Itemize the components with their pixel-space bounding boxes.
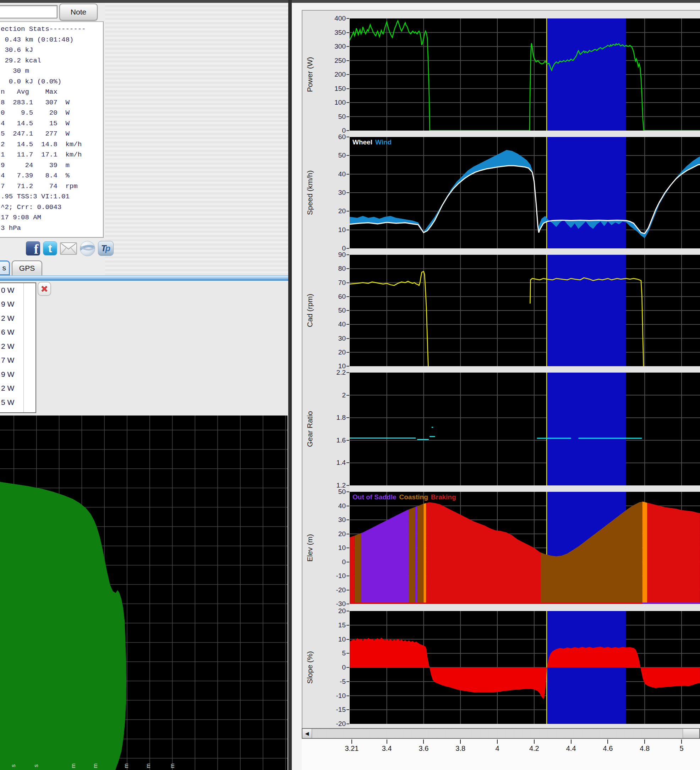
axis-title-slope: Slope (%) bbox=[304, 611, 316, 724]
y-tick-label: 50 bbox=[314, 307, 346, 314]
axis-title-text: Speed (km/h) bbox=[306, 170, 314, 215]
y-tick-label: 30 bbox=[314, 516, 346, 524]
y-tick-mark bbox=[347, 283, 349, 283]
close-interval-button[interactable] bbox=[37, 282, 51, 296]
y-tick-label: 40 bbox=[314, 170, 346, 178]
y-tick-mark bbox=[347, 296, 349, 297]
y-tick-mark bbox=[347, 485, 349, 486]
y-tick-mark bbox=[347, 603, 349, 604]
chart-plot-cad[interactable] bbox=[350, 255, 700, 366]
y-tick-mark bbox=[347, 576, 349, 576]
horizontal-scrollbar[interactable]: ◀ bbox=[302, 728, 700, 739]
y-tick-label: 10 bbox=[314, 636, 346, 643]
y-tick-mark bbox=[347, 18, 349, 19]
duration-axis-label: m bbox=[92, 763, 99, 768]
chart-plot-gear[interactable] bbox=[350, 372, 700, 485]
scrollbar-thumb[interactable] bbox=[682, 729, 699, 738]
y-tick-label: 2.2 bbox=[314, 369, 346, 377]
y-tick-mark bbox=[347, 102, 349, 103]
y-tick-mark bbox=[347, 590, 349, 590]
y-tick-label: 150 bbox=[314, 85, 346, 92]
section-stats-text: ection Stats--------- 0.43 km (0:01:48) … bbox=[0, 21, 104, 238]
y-tick-mark bbox=[347, 230, 349, 230]
list-item[interactable]: 2 W bbox=[0, 311, 36, 325]
y-tick-label: 300 bbox=[314, 42, 346, 50]
y-tick-label: 50 bbox=[314, 152, 346, 159]
y-tick-label: 350 bbox=[314, 29, 346, 37]
meanmax-chart[interactable]: ssmmmmm bbox=[0, 416, 287, 770]
chart-plot-elev[interactable] bbox=[350, 492, 700, 604]
close-icon bbox=[40, 285, 49, 293]
facebook-icon[interactable]: f bbox=[26, 241, 40, 256]
y-tick-label: 400 bbox=[314, 15, 346, 23]
axis-title-text: Elev (m) bbox=[306, 534, 314, 562]
y-tick-label: 70 bbox=[314, 279, 346, 287]
y-tick-mark bbox=[347, 395, 349, 396]
x-tick-label: 4.8 bbox=[630, 744, 659, 752]
list-scrollbar-gutter[interactable] bbox=[23, 283, 24, 412]
axis-title-text: Cad (rpm) bbox=[306, 294, 314, 327]
x-tick-mark bbox=[644, 739, 645, 744]
y-tick-mark bbox=[347, 562, 349, 563]
window-background bbox=[105, 3, 288, 278]
list-item[interactable]: 9 W bbox=[0, 298, 36, 312]
y-tick-label: 90 bbox=[314, 251, 346, 259]
y-tick-mark bbox=[347, 653, 349, 654]
app-root: Note ection Stats--------- 0.43 km (0:01… bbox=[0, 0, 700, 770]
x-tick-label: 4.6 bbox=[593, 744, 622, 752]
y-tick-mark bbox=[347, 534, 349, 534]
scroll-left-arrow-icon[interactable]: ◀ bbox=[303, 729, 312, 738]
note-button[interactable]: Note bbox=[59, 3, 97, 21]
y-tick-label: 0 bbox=[314, 663, 346, 671]
y-tick-label: -20 bbox=[314, 586, 346, 594]
x-tick-label: 3.8 bbox=[446, 744, 475, 752]
y-tick-mark bbox=[347, 366, 349, 367]
y-tick-mark bbox=[347, 667, 349, 668]
pane-divider[interactable] bbox=[0, 275, 288, 281]
chart-plot-slope[interactable] bbox=[350, 611, 700, 724]
tab-selected-partial[interactable]: s bbox=[0, 260, 10, 275]
chart-plot-power[interactable] bbox=[350, 18, 700, 131]
x-tick-label: 3.4 bbox=[373, 744, 401, 752]
y-tick-mark bbox=[347, 696, 349, 696]
list-item[interactable]: 0 W bbox=[0, 283, 36, 298]
list-item[interactable]: 7 W bbox=[0, 353, 36, 367]
tab-gps[interactable]: GPS bbox=[12, 260, 42, 275]
list-item[interactable]: 2 W bbox=[0, 382, 36, 396]
legend-entry: Wheel bbox=[353, 138, 373, 146]
y-tick-mark bbox=[347, 506, 349, 506]
y-tick-mark bbox=[347, 681, 349, 682]
x-tick-label: 4 bbox=[483, 744, 512, 752]
duration-axis-label: m bbox=[70, 763, 77, 768]
chart-plot-speed[interactable] bbox=[350, 137, 700, 248]
y-tick-label: 30 bbox=[314, 189, 346, 197]
x-tick-mark bbox=[460, 739, 461, 744]
list-item[interactable]: 5 W bbox=[0, 395, 36, 409]
list-item[interactable]: 2 W bbox=[0, 339, 36, 353]
y-tick-label: -10 bbox=[314, 572, 346, 580]
duration-axis-label: m bbox=[145, 763, 152, 768]
list-item[interactable]: 6 W bbox=[0, 325, 36, 340]
y-tick-label: 10 bbox=[314, 226, 346, 234]
y-tick-label: 60 bbox=[314, 133, 346, 141]
list-item[interactable]: 9 W bbox=[0, 367, 36, 382]
y-tick-mark bbox=[347, 254, 349, 255]
y-tick-label: 10 bbox=[314, 544, 346, 552]
y-tick-label: 20 bbox=[314, 607, 346, 615]
x-tick-mark bbox=[681, 739, 682, 744]
y-tick-label: 50 bbox=[314, 488, 346, 496]
x-tick-mark bbox=[423, 739, 424, 744]
y-tick-mark bbox=[347, 268, 349, 269]
google-earth-icon[interactable] bbox=[80, 241, 95, 256]
trainingpeaks-icon[interactable]: Tp bbox=[98, 241, 113, 256]
y-tick-label: -30 bbox=[314, 600, 346, 608]
y-tick-label: 100 bbox=[314, 99, 346, 107]
duration-axis-label: s bbox=[10, 764, 17, 767]
y-tick-label: 1.4 bbox=[314, 459, 346, 467]
twitter-icon[interactable]: t bbox=[43, 241, 57, 256]
email-icon[interactable] bbox=[60, 243, 77, 255]
x-axis: 3.213.43.63.844.24.44.64.85 bbox=[302, 739, 700, 770]
interval-list[interactable]: 0 W9 W2 W6 W2 W7 W9 W2 W5 W bbox=[0, 283, 36, 413]
y-tick-mark bbox=[347, 625, 349, 626]
interval-name-input[interactable] bbox=[0, 5, 57, 18]
